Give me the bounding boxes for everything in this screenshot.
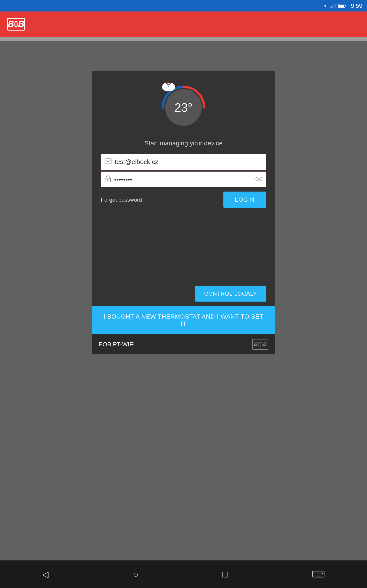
form-actions: Forgot password LOGIN [101,191,266,208]
svg-rect-2 [334,4,335,8]
nav-bar: ◁ ○ □ ⌨ [0,561,367,588]
svg-rect-11 [105,159,111,164]
control-local-wrapper: CONTROL LOCALY [92,286,275,302]
control-local-button[interactable]: CONTROL LOCALY [195,286,266,302]
svg-rect-5 [339,5,344,7]
lock-icon [105,175,111,184]
svg-point-14 [256,177,262,181]
separator [0,37,367,41]
battery-icon [338,4,346,8]
main-content: 23° Start managing your device [0,41,367,561]
svg-point-13 [107,179,108,181]
password-field-wrapper [101,171,266,188]
temperature-display: 23° [175,101,193,114]
thermostat-visual: 23° [158,82,209,133]
login-button[interactable]: LOGIN [223,191,266,208]
show-password-icon[interactable] [256,176,262,183]
login-form [101,154,266,188]
nav-home-button[interactable]: ○ [133,569,138,579]
svg-rect-6 [345,5,346,6]
svg-point-15 [258,178,260,180]
email-field-wrapper [101,154,266,170]
footer-logo: B B [252,339,268,350]
email-input[interactable] [115,158,262,166]
svg-rect-3 [335,3,336,8]
nav-recent-button[interactable]: □ [222,569,228,579]
app-header: B B [0,11,367,37]
cloud-wifi-icon [161,80,177,93]
email-icon [105,158,111,166]
card-footer: EOB PT-WIFI B B [92,334,275,355]
svg-rect-0 [331,6,332,8]
password-input[interactable] [114,176,256,183]
forgot-password-link[interactable]: Forgot password [101,197,142,203]
new-thermostat-button[interactable]: I BOUGHT A NEW THERMOSTAT AND I WANT TO … [92,306,275,334]
thermostat-inner: 23° [165,89,202,126]
login-card: 23° Start managing your device [92,71,275,355]
login-subtitle: Start managing your device [144,140,223,147]
nav-back-button[interactable]: ◁ [42,569,49,579]
app-logo: B B [7,18,25,31]
wifi-icon [322,3,329,8]
svg-point-10 [168,86,169,87]
status-time: 9:59 [351,2,362,9]
footer-app-name: EOB PT-WIFI [99,341,135,348]
nav-keyboard-button[interactable]: ⌨ [312,569,325,579]
signal-icon [331,3,336,8]
svg-rect-1 [332,5,333,8]
status-bar: 9:59 [0,0,367,11]
